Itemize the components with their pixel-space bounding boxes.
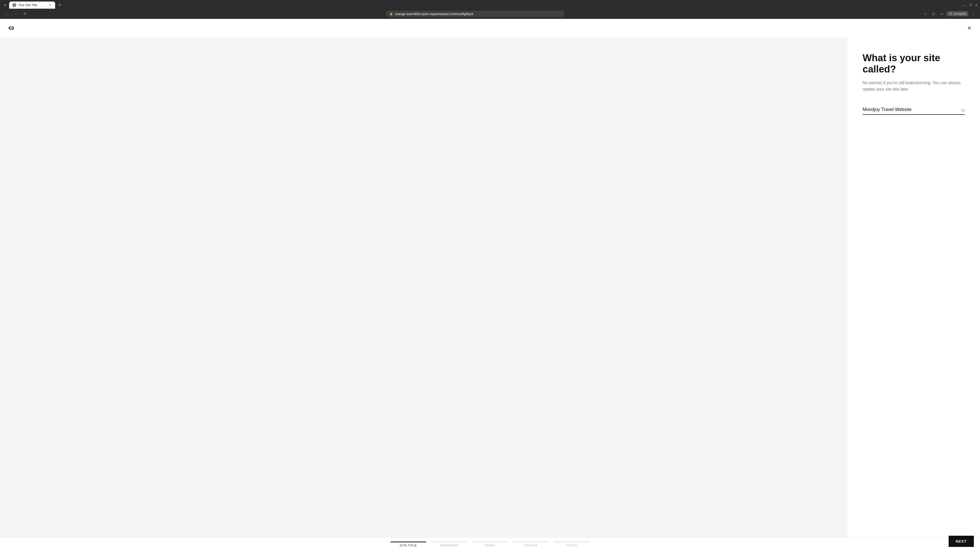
minimize-button[interactable]: —: [963, 3, 967, 7]
svg-point-0: [13, 4, 15, 6]
bottom-steps: SITE TITLE HOMEPAGE PAGES COLORS FONTS: [0, 537, 980, 551]
tab-title: Your Site Title: [18, 3, 46, 7]
url-lock-icon: 🔒: [390, 12, 393, 16]
tab-dropdown-button[interactable]: ▼: [2, 2, 8, 8]
browser-chrome: ▼ Your Site Title ✕ + — ❐ ✕ ← → ↻ 🔒 oran…: [0, 0, 980, 19]
tab-bar: ▼ Your Site Title ✕ + — ❐ ✕: [0, 0, 980, 9]
url-text: orange-swordfish-rpzm.squarespace.com/co…: [395, 12, 561, 16]
step-pages-indicator: [472, 541, 508, 542]
next-button[interactable]: NEXT: [948, 536, 974, 547]
left-preview-panel: [0, 37, 847, 537]
browser-tab[interactable]: Your Site Title ✕: [9, 2, 55, 9]
incognito-badge[interactable]: Incognito: [946, 11, 969, 16]
right-form-panel: What is your site called? No worries if …: [847, 37, 980, 537]
back-button[interactable]: ←: [3, 10, 10, 17]
step-fonts[interactable]: FONTS: [551, 541, 592, 547]
step-pages[interactable]: PAGES: [469, 541, 511, 547]
step-site-title-label: SITE TITLE: [400, 544, 417, 547]
step-site-title[interactable]: SITE TITLE: [388, 541, 429, 547]
main-area: What is your site called? No worries if …: [0, 37, 980, 537]
question-subtitle: No worries if you're still brainstorming…: [862, 80, 965, 93]
step-colors[interactable]: COLORS: [511, 541, 551, 547]
site-title-field: 78: [862, 105, 965, 115]
address-bar: ← → ↻ 🔒 orange-swordfish-rpzm.squarespac…: [0, 9, 980, 19]
step-colors-label: COLORS: [524, 544, 538, 547]
close-window-button[interactable]: ✕: [974, 3, 978, 7]
incognito-icon: [949, 12, 953, 16]
refresh-button[interactable]: ↻: [21, 10, 29, 17]
url-bar[interactable]: 🔒 orange-swordfish-rpzm.squarespace.com/…: [386, 11, 565, 17]
step-homepage-label: HOMEPAGE: [440, 544, 458, 547]
maximize-button[interactable]: ❐: [969, 3, 972, 7]
extensions-button[interactable]: ⊡: [930, 10, 937, 17]
star-button[interactable]: ☆: [922, 10, 929, 17]
incognito-label: Incognito: [954, 12, 966, 16]
step-site-title-indicator: [390, 541, 426, 542]
step-homepage-indicator: [431, 541, 467, 542]
window-controls: — ❐ ✕: [963, 3, 978, 7]
tab-favicon-icon: [12, 3, 16, 7]
site-title-input[interactable]: [862, 105, 965, 115]
window-toggle-button[interactable]: ▭: [938, 10, 945, 17]
question-title: What is your site called?: [862, 52, 965, 75]
step-pages-label: PAGES: [485, 544, 495, 547]
page-content: ✕ What is your site called? No worries i…: [0, 19, 980, 551]
squarespace-logo[interactable]: [6, 23, 16, 33]
page-header: ✕: [0, 19, 980, 37]
char-count: 78: [961, 109, 965, 113]
more-options-button[interactable]: ⋮: [970, 10, 977, 17]
step-colors-indicator: [513, 541, 549, 542]
page-close-button[interactable]: ✕: [965, 24, 974, 33]
tab-close-button[interactable]: ✕: [48, 3, 52, 7]
address-actions: ☆ ⊡ ▭ Incognito ⋮: [922, 10, 977, 17]
step-fonts-label: FONTS: [566, 544, 577, 547]
step-homepage[interactable]: HOMEPAGE: [429, 541, 469, 547]
forward-button[interactable]: →: [12, 10, 19, 17]
bottom-navigation: SITE TITLE HOMEPAGE PAGES COLORS FONTS N…: [0, 537, 980, 551]
step-fonts-indicator: [554, 541, 590, 542]
new-tab-button[interactable]: +: [56, 2, 63, 9]
